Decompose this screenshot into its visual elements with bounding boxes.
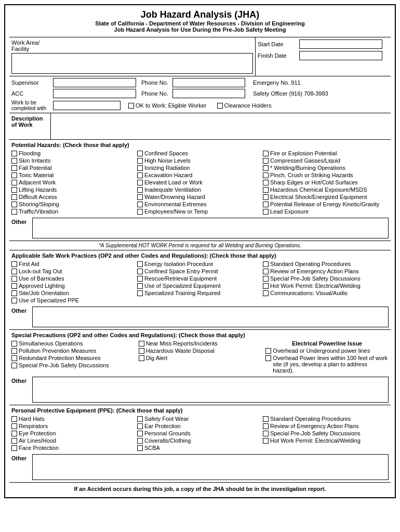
ppe-other-input[interactable] <box>32 454 389 480</box>
ppe-c2-checkbox-4[interactable] <box>137 445 143 451</box>
hazard-c3-item-8: Lead Exposure <box>263 208 386 215</box>
sp-c1-label-1: Pollution Prevention Measures <box>19 348 96 354</box>
acc-label: ACC <box>11 90 53 97</box>
footer-note: If an Accident occurs during this job, a… <box>9 483 391 493</box>
hazard-c2-checkbox-0[interactable] <box>137 151 143 156</box>
ppe-c1-label-2: Eye Protection <box>19 430 56 436</box>
safe-c2-checkbox-2[interactable] <box>137 276 143 282</box>
ppe-c2-checkbox-0[interactable] <box>137 416 143 422</box>
hazard-c3-checkbox-4[interactable] <box>263 180 269 185</box>
sp-c3-checkbox-1[interactable] <box>265 355 271 361</box>
ppe-c2-checkbox-2[interactable] <box>137 431 143 436</box>
safe-c2-checkbox-4[interactable] <box>137 290 143 296</box>
ppe-c2-item-4: SCBA <box>137 445 261 451</box>
sp-c2-checkbox-0[interactable] <box>139 341 144 347</box>
ppe-c1-checkbox-0[interactable] <box>11 416 17 422</box>
hazard-c1-checkbox-0[interactable] <box>11 151 17 156</box>
ppe-c3-checkbox-0[interactable] <box>263 416 269 422</box>
ppe-c2-checkbox-1[interactable] <box>137 423 143 429</box>
hazard-c1-item-3: Toxic Material <box>11 172 135 178</box>
supervisor-phone-input[interactable] <box>172 78 245 87</box>
hazard-c1-checkbox-4[interactable] <box>11 180 17 185</box>
hazard-c1-checkbox-1[interactable] <box>11 158 17 164</box>
hazard-c1-checkbox-6[interactable] <box>11 194 17 200</box>
sp-other-input[interactable] <box>32 377 389 403</box>
ppe-c1-checkbox-1[interactable] <box>11 423 17 429</box>
hazard-c3-checkbox-8[interactable] <box>263 209 269 215</box>
ppe-c2-label-4: SCBA <box>144 445 160 451</box>
acc-input[interactable] <box>53 89 136 98</box>
safe-c3-checkbox-1[interactable] <box>263 269 269 274</box>
start-date-input[interactable] <box>299 39 382 49</box>
hazard-c2-checkbox-6[interactable] <box>137 194 143 200</box>
hazard-c1-checkbox-2[interactable] <box>11 165 17 171</box>
ppe-c1-checkbox-4[interactable] <box>11 445 17 451</box>
safe-c3-checkbox-0[interactable] <box>263 261 269 267</box>
safe-c1-checkbox-1[interactable] <box>11 269 17 274</box>
safe-c1-checkbox-3[interactable] <box>11 283 17 289</box>
hazard-c2-checkbox-4[interactable] <box>137 180 143 185</box>
hazard-c2-checkbox-2[interactable] <box>137 165 143 171</box>
safe-c2-checkbox-0[interactable] <box>137 261 143 267</box>
sp-c2-label-0: Near Miss Reports/Incidents <box>146 340 218 347</box>
safe-c1-label-2: Use of Barricades <box>19 275 64 282</box>
supervisor-input[interactable] <box>53 78 136 87</box>
hazard-c2-checkbox-5[interactable] <box>137 187 143 193</box>
ppe-c3-checkbox-1[interactable] <box>263 423 269 429</box>
safe-c3-checkbox-3[interactable] <box>263 283 269 289</box>
hazard-c2-checkbox-7[interactable] <box>137 202 143 207</box>
sp-c3-label-1: Overhead Power lines within 100 feet of … <box>273 355 389 374</box>
work-area-input[interactable] <box>11 53 253 74</box>
ppe-c3-checkbox-2[interactable] <box>263 431 269 436</box>
ppe-c2-checkbox-3[interactable] <box>137 438 143 444</box>
sp-c1-checkbox-3[interactable] <box>11 363 17 368</box>
ppe-c1-checkbox-3[interactable] <box>11 438 17 444</box>
finish-date-input[interactable] <box>299 51 382 60</box>
hazard-c2-label-4: Elevated Load or Work <box>144 179 203 185</box>
sp-c3-checkbox-0[interactable] <box>265 348 271 354</box>
sp-c1-checkbox-1[interactable] <box>11 348 17 354</box>
sp-c1-checkbox-2[interactable] <box>11 355 17 361</box>
sp-c2-checkbox-1[interactable] <box>139 348 144 354</box>
ok-to-work-checkbox[interactable] <box>128 103 134 109</box>
description-input[interactable] <box>51 113 391 139</box>
hazard-c1-label-5: Lifting Hazards <box>19 187 57 193</box>
safe-c1-checkbox-2[interactable] <box>11 276 17 282</box>
work-completed-input[interactable] <box>53 101 121 110</box>
safe-c3-checkbox-4[interactable] <box>263 290 269 296</box>
safe-other-input[interactable] <box>32 307 389 327</box>
hazard-c3-checkbox-3[interactable] <box>263 172 269 178</box>
hazard-c1-checkbox-3[interactable] <box>11 172 17 178</box>
hazard-c3-checkbox-2[interactable] <box>263 165 269 171</box>
sp-c1-checkbox-0[interactable] <box>11 341 17 347</box>
hazard-c1-checkbox-7[interactable] <box>11 202 17 207</box>
safe-c1-label-0: First Aid <box>19 261 39 267</box>
emergency-label: Emergeny No. 911 <box>253 79 301 86</box>
hazard-c1-checkbox-5[interactable] <box>11 187 17 193</box>
hazard-c2-checkbox-1[interactable] <box>137 158 143 164</box>
clearance-holders-checkbox[interactable] <box>217 103 223 109</box>
hazard-c3-checkbox-7[interactable] <box>263 202 269 207</box>
sp-c1-item-1: Pollution Prevention Measures <box>11 348 135 354</box>
hazard-c3-checkbox-5[interactable] <box>263 187 269 193</box>
safe-c1-checkbox-5[interactable] <box>11 298 17 303</box>
hazards-other-input[interactable] <box>32 218 389 238</box>
ppe-c3-checkbox-3[interactable] <box>263 438 269 444</box>
safe-c3-checkbox-2[interactable] <box>263 276 269 282</box>
safe-c3-label-4: Communications: Visual/Audio <box>270 290 348 296</box>
sp-c2-checkbox-2[interactable] <box>139 355 144 361</box>
hazard-c3-checkbox-1[interactable] <box>263 158 269 164</box>
safe-c1-label-4: Site/Job Orientation <box>19 290 69 296</box>
hazard-c1-checkbox-8[interactable] <box>11 209 17 215</box>
ppe-c1-checkbox-2[interactable] <box>11 431 17 436</box>
hazard-c2-checkbox-3[interactable] <box>137 172 143 178</box>
hazard-c3-checkbox-0[interactable] <box>263 151 269 156</box>
safe-c2-checkbox-3[interactable] <box>137 283 143 289</box>
hazard-c2-checkbox-8[interactable] <box>137 209 143 215</box>
hazard-c3-checkbox-6[interactable] <box>263 194 269 200</box>
safe-c2-checkbox-1[interactable] <box>137 269 143 274</box>
safe-c1-checkbox-0[interactable] <box>11 261 17 267</box>
safe-c1-item-0: First Aid <box>11 261 135 267</box>
acc-phone-input[interactable] <box>172 89 245 98</box>
safe-c1-checkbox-4[interactable] <box>11 290 17 296</box>
